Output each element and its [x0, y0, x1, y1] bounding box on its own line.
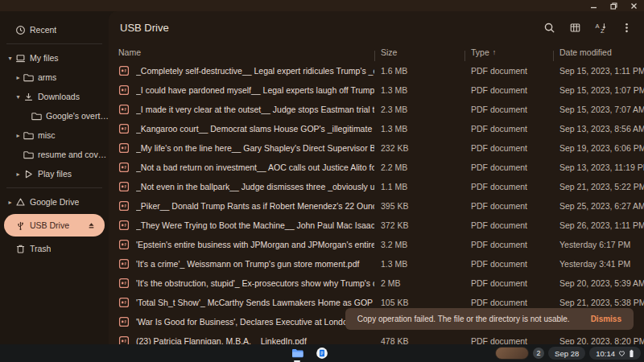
sidebar-item-arms[interactable]: ▸arms: [0, 68, 109, 87]
docs-app-icon[interactable]: [316, 347, 328, 360]
file-type: PDF document: [464, 105, 553, 114]
caret-right-icon[interactable]: ▸: [13, 132, 23, 139]
chromeos-screen: Recent▾My files▸arms▾DownloadsGoogle's o…: [0, 0, 644, 362]
column-date-modified[interactable]: Date modified: [553, 47, 644, 57]
chrome-app-icon[interactable]: [341, 347, 353, 360]
file-name: _They Were Trying to Boot the Machine__ …: [136, 220, 374, 230]
file-row[interactable]: 'It's a crime'_ Weissmann on Trump's gun…: [109, 254, 644, 274]
file-row[interactable]: 'It's the obstruction, stupid'_ Ex-prose…: [109, 274, 644, 293]
more-menu-icon[interactable]: [621, 22, 633, 34]
eject-icon[interactable]: [87, 221, 105, 230]
file-row[interactable]: _Completely self-destructive__ Legal exp…: [109, 61, 644, 80]
notification-counter[interactable]: 2: [533, 348, 544, 359]
file-size: 232 KB: [374, 143, 464, 153]
pdf-file-icon: [109, 84, 136, 96]
pdf-file-icon: [109, 123, 136, 134]
pdf-file-icon: [109, 200, 136, 212]
sidebar-item-label: Downloads: [38, 92, 80, 101]
column-size[interactable]: Size: [374, 47, 464, 57]
sidebar-item-google-drive[interactable]: ▸Google Drive: [0, 192, 109, 212]
file-size: 3.2 MB: [374, 240, 464, 249]
page-title: USB Drive: [120, 22, 169, 34]
file-row[interactable]: _I made it very clear at the outset__ Ju…: [109, 100, 644, 119]
pdf-file-icon: [109, 335, 136, 344]
file-date-modified: Sep 21, 2023, 5:38 PM: [553, 298, 644, 307]
sidebar-item-my-files[interactable]: ▾My files: [0, 48, 109, 68]
caret-right-icon[interactable]: ▸: [13, 171, 23, 178]
sidebar-item-resume-and-cover-l[interactable]: resume and cover l...: [0, 145, 109, 164]
status-tray[interactable]: 10:14: [589, 347, 641, 360]
pdf-file-icon: [109, 278, 136, 289]
file-row[interactable]: _Piker__ Donald Trump Rants as if Robert…: [109, 196, 644, 216]
sidebar-item-recent[interactable]: Recent: [0, 20, 109, 39]
drive-icon: [15, 197, 26, 208]
file-row[interactable]: 'Epstein's entire business with JPMorgan…: [109, 235, 644, 254]
sidebar-item-trash[interactable]: Trash: [0, 239, 109, 258]
pdf-file-icon: [109, 65, 136, 76]
file-type: PDF document: [464, 240, 553, 249]
dismiss-button[interactable]: Dismiss: [591, 315, 621, 323]
file-row[interactable]: _Not even in the ballpark__ Judge dismis…: [109, 177, 644, 196]
file-date-modified: Sep 13, 2023, 11:19 PM: [553, 162, 644, 172]
files-app-icon[interactable]: [291, 347, 303, 360]
file-size: 2 MB: [374, 278, 464, 288]
sort-asc-arrow-icon: ↑: [493, 48, 497, 56]
file-size: 372 KB: [374, 220, 464, 230]
holding-space-thumbnail[interactable]: [495, 347, 529, 360]
sidebar-item-label: Recent: [30, 25, 56, 35]
file-date-modified: Yesterday 6:17 PM: [553, 240, 644, 249]
column-name[interactable]: Name: [109, 47, 374, 57]
file-name: 'It's a crime'_ Weissmann on Trump's gun…: [136, 259, 374, 269]
file-type: PDF document: [464, 162, 553, 172]
file-date-modified: Sep 26, 2023, 1:11 PM: [553, 220, 644, 230]
grid-view-icon[interactable]: [569, 22, 581, 34]
file-row[interactable]: _Kangaroo court__ Democrat slams House G…: [109, 119, 644, 138]
file-row[interactable]: _I could have pardoned myself__ Legal ex…: [109, 80, 644, 100]
sort-az-icon[interactable]: AZ: [595, 22, 607, 34]
sidebar-item-label: Google Drive: [30, 197, 79, 207]
column-type[interactable]: Type↑: [464, 47, 553, 57]
search-icon[interactable]: [543, 22, 555, 34]
caret-right-icon[interactable]: ▸: [13, 74, 23, 81]
sidebar-item-downloads[interactable]: ▾Downloads: [0, 87, 109, 106]
file-row[interactable]: _My life's on the line here__ Gary Shapl…: [109, 138, 644, 158]
file-size: 478 KB: [374, 336, 464, 344]
sidebar-item-play-files[interactable]: ▸Play files: [0, 164, 109, 183]
table-column-header: Name Size Type↑ Date modified: [109, 43, 644, 61]
sidebar-divider: [6, 187, 102, 188]
usb-icon: [15, 220, 26, 231]
shelf-app-icons: [291, 347, 353, 360]
caret-down-icon[interactable]: ▾: [13, 93, 23, 101]
folder-icon: [23, 150, 34, 160]
file-row[interactable]: _Not a bad return on investment__ AOC ca…: [109, 158, 644, 177]
toast-notification: Copy operation failed. The file or the d…: [345, 308, 634, 330]
close-icon[interactable]: [630, 2, 638, 10]
file-date-modified: Yesterday 3:41 PM: [553, 259, 644, 269]
file-type: PDF document: [464, 278, 553, 288]
pdf-file-icon: [109, 104, 136, 115]
sidebar-item-label: My files: [30, 53, 59, 63]
file-date-modified: Sep 13, 2023, 8:56 AM: [553, 124, 644, 134]
main-header: USB Drive AZ: [109, 11, 644, 43]
clock-icon: [15, 25, 26, 35]
file-type: PDF document: [464, 85, 553, 95]
file-name: _I made it very clear at the outset__ Ju…: [136, 105, 374, 114]
file-row[interactable]: _They Were Trying to Boot the Machine__ …: [109, 216, 644, 235]
sidebar-item-googles-overt-f[interactable]: Google's overt f...: [0, 106, 109, 125]
date-pill[interactable]: Sep 28: [548, 347, 585, 360]
pdf-file-icon: [109, 239, 136, 250]
file-name: 'It's the obstruction, stupid'_ Ex-prose…: [136, 278, 374, 288]
sidebar-item-label: Play files: [38, 169, 72, 179]
sidebar-item-usb-drive[interactable]: USB Drive: [4, 214, 105, 237]
caret-right-icon[interactable]: ▸: [5, 199, 15, 206]
restore-icon[interactable]: [609, 2, 617, 10]
file-size: 2.3 MB: [374, 105, 464, 114]
caret-down-icon[interactable]: ▾: [5, 55, 15, 62]
file-size: 1.1 MB: [374, 182, 464, 191]
download-icon: [23, 92, 34, 102]
sidebar-item-misc[interactable]: ▸misc: [0, 125, 109, 145]
shelf: 2 Sep 28 10:14: [0, 344, 644, 362]
window-controls: [589, 0, 638, 11]
minimize-icon[interactable]: [589, 2, 597, 10]
file-row[interactable]: (23) Patricia Flannigan, M.B.A. _ Linked…: [109, 331, 644, 344]
